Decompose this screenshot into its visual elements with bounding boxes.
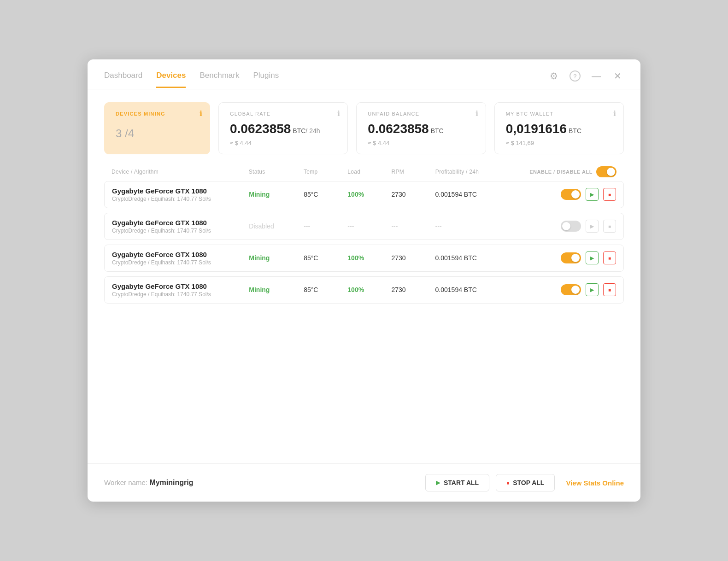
global-rate-card: ℹ GLOBAL RATE 0.0623858BTC/ 24h ≈ $ 4.44 — [218, 102, 348, 154]
footer-actions: ▶ START ALL ■ STOP ALL View Stats Online — [425, 474, 624, 491]
device-rpm-4: 2730 — [391, 286, 435, 293]
btc-wallet-card: ℹ MY BTC WALLET 0,0191616BTC ≈ $ 141,69 — [494, 102, 624, 154]
help-icon: ? — [569, 70, 581, 82]
devices-mining-count: 3 — [116, 127, 122, 140]
device-controls-4: ▶ ■ — [517, 283, 616, 296]
stop-button-2[interactable]: ■ — [603, 220, 616, 233]
play-button-3[interactable]: ▶ — [586, 251, 599, 264]
device-algo-2: CryptoDredge / Equihash: 1740.77 Sol/s — [112, 228, 249, 234]
cards-row: ℹ DEVICES MINING 3 /4 ℹ GLOBAL RATE 0.06… — [88, 89, 640, 163]
settings-button[interactable]: ⚙ — [547, 70, 560, 82]
unpaid-balance-number: 0.0623858 — [368, 122, 429, 136]
toggle-knob-2 — [562, 222, 570, 230]
close-button[interactable]: ✕ — [611, 70, 624, 82]
device-algo-3: CryptoDredge / Equihash: 1740.77 Sol/s — [112, 259, 249, 266]
col-header-rpm: RPM — [392, 169, 435, 175]
device-profit-3: 0.001594 BTC — [435, 254, 517, 262]
device-toggle-1[interactable] — [561, 189, 581, 200]
play-button-4[interactable]: ▶ — [586, 283, 599, 296]
unpaid-balance-card: ℹ UNPAID BALANCE 0.0623858BTC ≈ $ 4.44 — [356, 102, 486, 154]
nav-bar: Dashboard Devices Benchmark Plugins ⚙ ? … — [88, 59, 640, 89]
enable-all-label: ENABLE / DISABLE ALL — [529, 169, 593, 175]
worker-label: Worker name: — [104, 479, 147, 486]
gear-icon: ⚙ — [550, 70, 558, 82]
unpaid-balance-info-icon[interactable]: ℹ — [476, 109, 478, 118]
stop-button-1[interactable]: ■ — [603, 188, 616, 201]
device-controls-1: ▶ ■ — [517, 188, 616, 201]
global-rate-info-icon[interactable]: ℹ — [337, 109, 340, 118]
tab-devices[interactable]: Devices — [156, 71, 186, 88]
table-section: Device / Algorithm Status Temp Load RPM … — [88, 163, 640, 463]
device-toggle-3[interactable] — [561, 252, 581, 263]
device-algo-4: CryptoDredge / Equihash: 1740.77 Sol/s — [112, 291, 249, 298]
stop-all-stop-icon: ■ — [506, 480, 509, 485]
enable-all-col: ENABLE / DISABLE ALL — [518, 166, 616, 177]
device-rpm-1: 2730 — [391, 191, 435, 198]
device-name-3: Gygabyte GeForce GTX 1080 — [112, 251, 249, 258]
stop-button-4[interactable]: ■ — [603, 283, 616, 296]
global-toggle[interactable] — [596, 166, 616, 177]
device-name-1: Gygabyte GeForce GTX 1080 — [112, 187, 249, 195]
toggle-knob-3 — [571, 254, 580, 262]
devices-info-icon[interactable]: ℹ — [200, 109, 202, 118]
tab-benchmark[interactable]: Benchmark — [200, 71, 239, 88]
device-profit-1: 0.001594 BTC — [435, 191, 517, 198]
device-rpm-3: 2730 — [391, 254, 435, 262]
close-icon: ✕ — [614, 70, 622, 82]
col-header-profit: Profitability / 24h — [435, 169, 518, 175]
device-controls-2: ▶ ■ — [517, 220, 616, 233]
device-profit-4: 0.001594 BTC — [435, 286, 517, 293]
nav-tabs: Dashboard Devices Benchmark Plugins — [104, 71, 547, 88]
view-stats-label: View Stats Online — [566, 479, 624, 487]
device-status-3: Mining — [249, 254, 304, 262]
btc-wallet-number: 0,0191616 — [506, 122, 567, 136]
btc-wallet-info-icon[interactable]: ℹ — [613, 109, 616, 118]
devices-mining-label: DEVICES MINING — [116, 111, 199, 117]
stop-all-button[interactable]: ■ STOP ALL — [496, 474, 555, 491]
unpaid-balance-sub: ≈ $ 4.44 — [368, 140, 474, 146]
btc-wallet-sub: ≈ $ 141,69 — [506, 140, 612, 146]
device-profit-2: --- — [435, 222, 517, 230]
global-rate-label: GLOBAL RATE — [230, 111, 336, 117]
tab-plugins[interactable]: Plugins — [253, 71, 279, 88]
device-toggle-2[interactable] — [561, 221, 581, 232]
view-stats-button[interactable]: View Stats Online — [566, 479, 624, 487]
table-row: Gygabyte GeForce GTX 1080 CryptoDredge /… — [104, 213, 624, 240]
device-toggle-4[interactable] — [561, 284, 581, 295]
minimize-icon: — — [592, 71, 601, 82]
col-header-device: Device / Algorithm — [112, 169, 249, 175]
table-row: Gygabyte GeForce GTX 1080 CryptoDredge /… — [104, 245, 624, 272]
device-load-3: 100% — [347, 254, 391, 262]
device-controls-3: ▶ ■ — [517, 251, 616, 264]
minimize-button[interactable]: — — [590, 70, 603, 82]
table-row: Gygabyte GeForce GTX 1080 CryptoDredge /… — [104, 181, 624, 208]
device-status-2: Disabled — [249, 222, 304, 230]
worker-info: Worker name: Myminingrig — [104, 479, 193, 487]
footer: Worker name: Myminingrig ▶ START ALL ■ S… — [88, 463, 640, 502]
start-all-button[interactable]: ▶ START ALL — [425, 474, 489, 491]
global-rate-per: / 24h — [305, 127, 320, 134]
nav-actions: ⚙ ? — ✕ — [547, 70, 624, 89]
stop-button-3[interactable]: ■ — [603, 251, 616, 264]
device-temp-3: 85°C — [304, 254, 347, 262]
start-all-play-icon: ▶ — [436, 479, 440, 486]
col-header-temp: Temp — [304, 169, 347, 175]
play-button-1[interactable]: ▶ — [586, 188, 599, 201]
stop-all-label: STOP ALL — [513, 479, 544, 486]
devices-mining-card: ℹ DEVICES MINING 3 /4 — [104, 102, 210, 154]
play-button-2[interactable]: ▶ — [586, 220, 599, 233]
device-status-1: Mining — [249, 191, 304, 198]
device-load-2: --- — [347, 222, 391, 230]
device-load-4: 100% — [347, 286, 391, 293]
global-rate-sub: ≈ $ 4.44 — [230, 140, 336, 146]
tab-dashboard[interactable]: Dashboard — [104, 71, 142, 88]
devices-total: 4 — [128, 127, 134, 140]
btc-wallet-unit: BTC — [569, 127, 581, 134]
table-row: Gygabyte GeForce GTX 1080 CryptoDredge /… — [104, 276, 624, 304]
worker-name: Myminingrig — [149, 479, 193, 486]
device-load-1: 100% — [347, 191, 391, 198]
unpaid-balance-unit: BTC — [431, 127, 444, 134]
global-rate-unit: BTC — [293, 127, 305, 134]
help-button[interactable]: ? — [569, 70, 581, 82]
devices-slash: / — [122, 127, 128, 140]
